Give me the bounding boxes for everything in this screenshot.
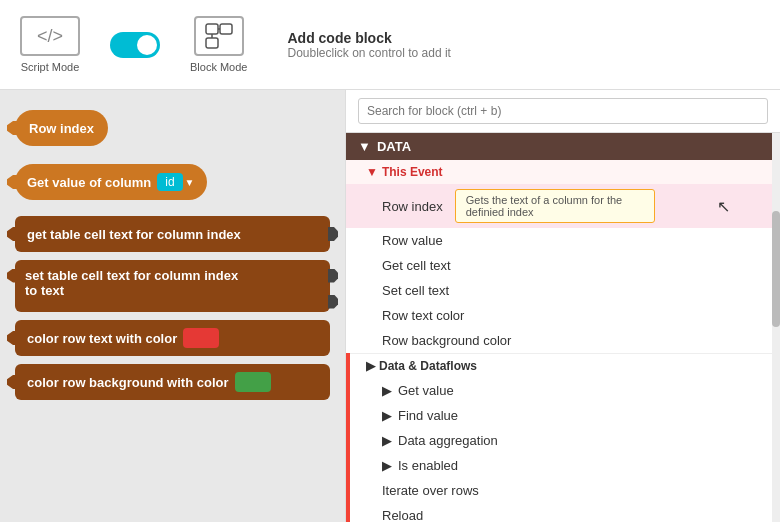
get-table-cell-label: get table cell text for column index [27, 227, 241, 242]
add-code-subtitle: Doubleclick on control to add it [287, 46, 450, 60]
set-cell-text-label: Set cell text [382, 283, 449, 298]
row-index-label: Row index [29, 121, 94, 136]
find-value-label: Find value [398, 408, 458, 423]
get-value-item-label: Get value [398, 383, 454, 398]
get-value-triangle: ▶ [382, 383, 392, 398]
iterate-rows-label: Iterate over rows [382, 483, 479, 498]
block-mode-section: Block Mode [190, 16, 247, 73]
data-aggregation-item[interactable]: ▶ Data aggregation [350, 428, 780, 453]
scroll-thumb[interactable] [772, 211, 780, 328]
iterate-rows-item[interactable]: Iterate over rows [350, 478, 780, 503]
get-value-item[interactable]: ▶ Get value [350, 378, 780, 403]
row-bg-color-item[interactable]: Row background color [346, 328, 780, 353]
get-cell-text-label: Get cell text [382, 258, 451, 273]
this-event-triangle: ▼ [366, 165, 378, 179]
set-cell-text-item[interactable]: Set cell text [346, 278, 780, 303]
block-mode-label: Block Mode [190, 61, 247, 73]
svg-rect-2 [206, 38, 218, 48]
row-value-item[interactable]: Row value [346, 228, 780, 253]
data-dataflows-triangle: ▶ [366, 359, 375, 373]
mode-toggle[interactable] [110, 32, 160, 58]
svg-rect-1 [220, 24, 232, 34]
row-value-label: Row value [382, 233, 443, 248]
color-row-text-block[interactable]: color row text with color [15, 320, 330, 356]
toolbar: </> Script Mode Block Mode Add code bloc… [0, 0, 780, 90]
add-code-info: Add code block Doubleclick on control to… [287, 30, 450, 60]
data-triangle: ▼ [358, 139, 371, 154]
script-mode-label: Script Mode [21, 61, 80, 73]
set-cell-row2: to text [25, 283, 320, 298]
blocks-panel: Row index Get value of column id ▼ get t… [0, 90, 345, 522]
reload-label: Reload [382, 508, 423, 522]
row-index-tooltip: Gets the text of a column for the defini… [455, 189, 655, 223]
search-input[interactable] [358, 98, 768, 124]
get-value-block[interactable]: Get value of column id ▼ [15, 164, 207, 200]
get-value-badge[interactable]: id [157, 173, 182, 191]
color-row-text-label: color row text with color [27, 331, 177, 346]
find-value-triangle: ▶ [382, 408, 392, 423]
data-dataflows-header[interactable]: ▶ Data & Dataflows [350, 353, 780, 378]
row-index-block[interactable]: Row index [15, 110, 108, 146]
data-aggregation-label: Data aggregation [398, 433, 498, 448]
is-enabled-label: Is enabled [398, 458, 458, 473]
color-red-swatch[interactable] [183, 328, 219, 348]
block-mode-icon [194, 16, 244, 56]
row-text-color-label: Row text color [382, 308, 464, 323]
right-panel: ▼ DATA ▼ This Event Row index Gets the t… [345, 90, 780, 522]
get-cell-text-item[interactable]: Get cell text [346, 253, 780, 278]
find-value-item[interactable]: ▶ Find value [350, 403, 780, 428]
script-mode-icon: </> [20, 16, 80, 56]
script-mode-section: </> Script Mode [20, 16, 80, 73]
data-agg-triangle: ▶ [382, 433, 392, 448]
data-section-header[interactable]: ▼ DATA [346, 133, 780, 160]
data-dataflows-label: Data & Dataflows [379, 359, 477, 373]
is-enabled-triangle: ▶ [382, 458, 392, 473]
get-table-cell-block[interactable]: get table cell text for column index [15, 216, 330, 252]
color-green-swatch[interactable] [235, 372, 271, 392]
block-list: ▼ DATA ▼ This Event Row index Gets the t… [346, 133, 780, 522]
set-table-cell-block[interactable]: set table cell text for column index to … [15, 260, 330, 312]
is-enabled-item[interactable]: ▶ Is enabled [350, 453, 780, 478]
data-header-label: DATA [377, 139, 411, 154]
svg-rect-0 [206, 24, 218, 34]
search-bar [346, 90, 780, 133]
set-table-cell-line2: to text [25, 283, 64, 298]
row-index-item[interactable]: Row index Gets the text of a column for … [346, 184, 780, 228]
code-brackets: </> [37, 26, 63, 47]
reload-item[interactable]: Reload [350, 503, 780, 522]
dropdown-arrow[interactable]: ▼ [185, 177, 195, 188]
get-value-label: Get value of column [27, 175, 151, 190]
block-mode-svg [204, 22, 234, 50]
set-cell-row1: set table cell text for column index [25, 268, 320, 283]
cursor-icon: ↖ [717, 197, 730, 216]
add-code-title: Add code block [287, 30, 450, 46]
this-event-header[interactable]: ▼ This Event [346, 160, 780, 184]
main-area: Row index Get value of column id ▼ get t… [0, 90, 780, 522]
row-index-item-label: Row index [382, 199, 443, 214]
set-table-cell-line1: set table cell text for column index [25, 268, 238, 283]
scrollbar[interactable] [772, 133, 780, 522]
color-row-bg-block[interactable]: color row background with color [15, 364, 330, 400]
color-row-bg-label: color row background with color [27, 375, 229, 390]
this-event-label: This Event [382, 165, 443, 179]
row-text-color-item[interactable]: Row text color [346, 303, 780, 328]
row-bg-color-label: Row background color [382, 333, 511, 348]
